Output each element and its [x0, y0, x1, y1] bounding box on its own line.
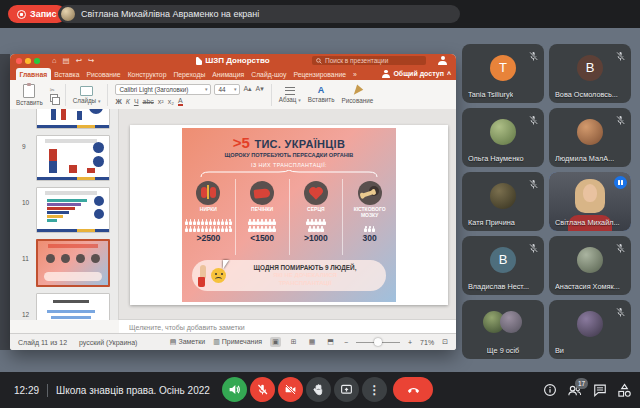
notes-toggle[interactable]: ▤ Заметки	[170, 338, 205, 346]
slide-thumbnail-10[interactable]	[36, 187, 110, 233]
paste-button[interactable]: Вставить	[16, 84, 43, 106]
search-input[interactable]: Поиск в презентации	[312, 56, 426, 65]
bone-marrow-icon	[358, 181, 382, 205]
mic-toggle-button[interactable]	[250, 377, 275, 402]
clock: 12:29	[14, 385, 39, 396]
speaker-button[interactable]	[222, 377, 247, 402]
avatar: В	[490, 247, 516, 273]
mic-off-icon	[528, 243, 539, 254]
share-document-button[interactable]: Общий доступ ˄	[382, 67, 451, 80]
participant-name: Tania Tsiliuryk	[468, 90, 513, 99]
shrink-font-button[interactable]: А▾	[256, 85, 264, 93]
ribbon-tab[interactable]: »	[349, 68, 360, 80]
zoom-in-button[interactable]: +	[408, 339, 412, 346]
people-pictograms	[184, 218, 232, 232]
kidneys-icon	[196, 181, 220, 205]
participant-tile[interactable]: TTania Tsiliuryk	[462, 44, 544, 103]
strikethrough-button[interactable]: abc	[143, 98, 154, 105]
meet-top-bar: Запис Світлана Михайлівна Авраменко на е…	[0, 0, 640, 28]
ppt-title-bar: ⌂ ▤ ↩ ↪ ШЗП Донорство Поиск в презентаци…	[10, 54, 456, 67]
slide-thumbnail-8[interactable]	[36, 109, 110, 129]
participant-tile[interactable]: Ще 9 осіб	[462, 300, 544, 359]
camera-toggle-button[interactable]	[278, 377, 303, 402]
toolbar-divider	[271, 84, 272, 106]
activities-button[interactable]	[617, 383, 632, 398]
slide-thumbnail-panel[interactable]: 9 10	[10, 109, 119, 320]
font-size-select[interactable]: 44 ▾	[214, 84, 240, 95]
participant-tile[interactable]: Анастасия Хомяк...	[549, 236, 631, 295]
slideshow-button[interactable]: ⬒	[325, 337, 336, 347]
slide-canvas[interactable]: >5 ТИС. УКРАЇНЦІВ ЩОРОКУ ПОТРЕБУЮТЬ ПЕРЕ…	[130, 125, 448, 305]
participant-tile[interactable]: ВВова Осмоловсь...	[549, 44, 631, 103]
account-presence-icon[interactable]	[438, 56, 447, 65]
copy-icon[interactable]	[50, 94, 58, 102]
slide-thumbnail-11-selected[interactable]	[36, 239, 110, 287]
ribbon-tab[interactable]: Рисование	[83, 68, 124, 80]
comments-toggle[interactable]: ▥ Примечания	[213, 338, 262, 346]
participant-tile[interactable]: ВВладислав Нест...	[462, 236, 544, 295]
more-options-button[interactable]: ⋮	[362, 377, 387, 402]
leave-call-button[interactable]	[393, 377, 433, 402]
present-screen-button[interactable]	[334, 377, 359, 402]
participants-button[interactable]: 17	[567, 383, 582, 398]
participant-name: Анастасия Хомяк...	[555, 282, 620, 291]
language-indicator[interactable]: русский (Украина)	[79, 339, 137, 346]
paste-label: Вставить	[16, 99, 43, 106]
reading-view-button[interactable]: ▦	[307, 337, 318, 347]
slide-thumbnail-9[interactable]	[36, 135, 110, 181]
insert-button[interactable]: А Вставить	[308, 86, 335, 103]
ribbon-tab[interactable]: Вставка	[51, 68, 83, 80]
ribbon-tab[interactable]: Конструктор	[124, 68, 170, 80]
mic-off-icon	[528, 115, 539, 126]
ribbon-tab[interactable]: Анимация	[209, 68, 248, 80]
fit-to-window-icon[interactable]: ⊡	[442, 338, 448, 346]
participant-tile[interactable]: Катя Причина	[462, 172, 544, 231]
ribbon-tab[interactable]: Главная	[16, 68, 51, 80]
insert-textbox-icon: А	[318, 86, 325, 95]
ribbon-tab[interactable]: Рецензирование	[290, 68, 349, 80]
drawing-button[interactable]: Рисование	[341, 86, 373, 104]
cut-copy-format-group[interactable]: ✂	[50, 87, 58, 102]
normal-view-button[interactable]: ▣	[270, 337, 281, 347]
ribbon-tab[interactable]: Переходы	[170, 68, 209, 80]
zoom-slider-thumb[interactable]	[374, 338, 382, 346]
avatar: В	[577, 55, 603, 81]
zoom-out-button[interactable]: −	[344, 339, 348, 346]
zoom-slider[interactable]	[356, 342, 400, 343]
people-pictograms	[306, 218, 326, 232]
participant-tile[interactable]: Ви	[549, 300, 631, 359]
notes-pane[interactable]: Щелкните, чтобы добавить заметки	[119, 319, 456, 334]
meeting-info: 12:29 Школа знавців права. Осінь 2022	[14, 372, 210, 408]
participant-tile[interactable]: Світлана Михайл...	[549, 172, 631, 231]
underline-button[interactable]: Ч	[134, 98, 139, 105]
zoom-level[interactable]: 71%	[420, 339, 434, 346]
footer-line3: ТРАНСПЛАНТАЦІЇ	[230, 280, 380, 288]
chat-button[interactable]	[592, 383, 607, 398]
slides-button[interactable]: Слайды ▾	[73, 86, 101, 104]
cut-icon[interactable]: ✂	[50, 87, 58, 93]
ribbon-tab[interactable]: Слайд-шоу	[248, 68, 290, 80]
slide-editor[interactable]: >5 ТИС. УКРАЇНЦІВ ЩОРОКУ ПОТРЕБУЮТЬ ПЕРЕ…	[119, 109, 456, 320]
bold-button[interactable]: Ж	[115, 98, 121, 105]
italic-button[interactable]: К	[126, 98, 130, 105]
font-name-select[interactable]: Calibri Light (Заголовки) ▾	[115, 84, 211, 95]
paragraph-label: Абзац	[279, 96, 297, 103]
participant-tile[interactable]: Людмила МалА...	[549, 108, 631, 167]
clipboard-icon	[23, 84, 35, 98]
slide-thumbnail-12[interactable]	[36, 293, 110, 320]
slide-sorter-view-button[interactable]: ⊞	[289, 337, 299, 347]
hand-icon	[312, 383, 325, 396]
raise-hand-button[interactable]	[306, 377, 331, 402]
paragraph-button[interactable]: Абзац ▾	[279, 87, 301, 103]
meeting-details-button[interactable]	[542, 383, 557, 398]
grow-font-button[interactable]: А▴	[243, 85, 251, 93]
superscript-button[interactable]: x²	[158, 98, 164, 105]
ribbon-tabs: ГлавнаяВставкаРисованиеКонструкторПерехо…	[10, 67, 456, 80]
participant-tile[interactable]: Ольга Науменко	[462, 108, 544, 167]
subscript-button[interactable]: x₂	[168, 98, 174, 105]
speaker-icon	[228, 383, 241, 396]
footer-line2: ЯКІ НЕ ДОЧЕКАЛИСЯ	[230, 272, 380, 280]
font-color-button[interactable]: А	[178, 97, 183, 106]
avatar: T	[490, 55, 516, 81]
collapse-ribbon-icon[interactable]: ˄	[447, 70, 451, 77]
